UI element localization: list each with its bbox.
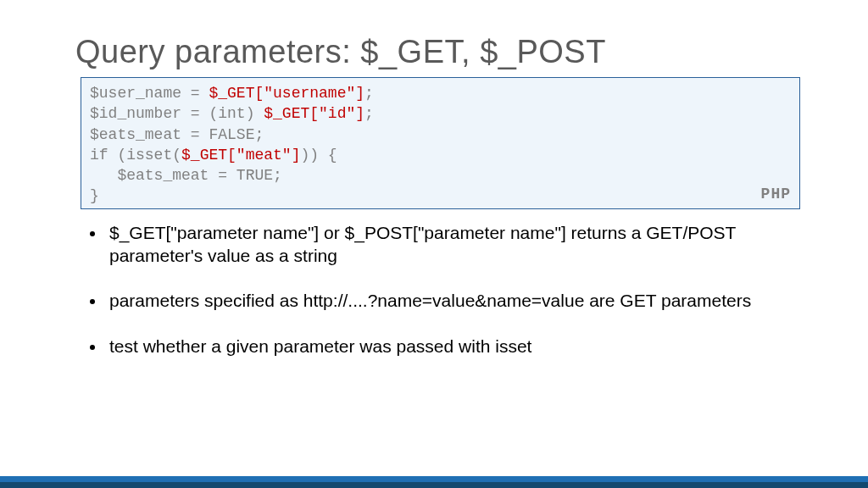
code-l5: $eats_meat = TRUE;: [90, 167, 282, 184]
code-l4b: $_GET["meat"]: [181, 147, 300, 164]
slide-title: Query parameters: $_GET, $_POST: [75, 34, 800, 70]
code-block: $user_name = $_GET["username"]; $id_numb…: [81, 77, 800, 209]
code-l1c: ;: [364, 85, 374, 102]
list-item: $_GET["parameter name"] or $_POST["param…: [106, 221, 800, 268]
bullet-list: $_GET["parameter name"] or $_POST["param…: [81, 221, 800, 358]
code-l4c: )) {: [300, 147, 337, 164]
code-l1b: $_GET["username"]: [209, 85, 364, 102]
footer-accent-bar: [0, 476, 868, 488]
footer-bar-bottom: [0, 482, 868, 488]
list-item: parameters specified as http://....?name…: [106, 289, 800, 312]
list-item: test whether a given parameter was passe…: [106, 335, 800, 358]
code-l2a: $id_number = (int): [90, 105, 264, 122]
code-l4a: if (isset(: [90, 147, 181, 164]
code-l3: $eats_meat = FALSE;: [90, 126, 264, 143]
code-language-label: PHP: [761, 184, 791, 204]
code-l2c: ;: [364, 105, 374, 122]
code-l2b: $_GET["id"]: [264, 105, 364, 122]
code-l1a: $user_name =: [90, 85, 209, 102]
footer-bar-top: [0, 476, 868, 482]
slide: Query parameters: $_GET, $_POST $user_na…: [0, 0, 868, 488]
code-l6: }: [90, 187, 99, 204]
